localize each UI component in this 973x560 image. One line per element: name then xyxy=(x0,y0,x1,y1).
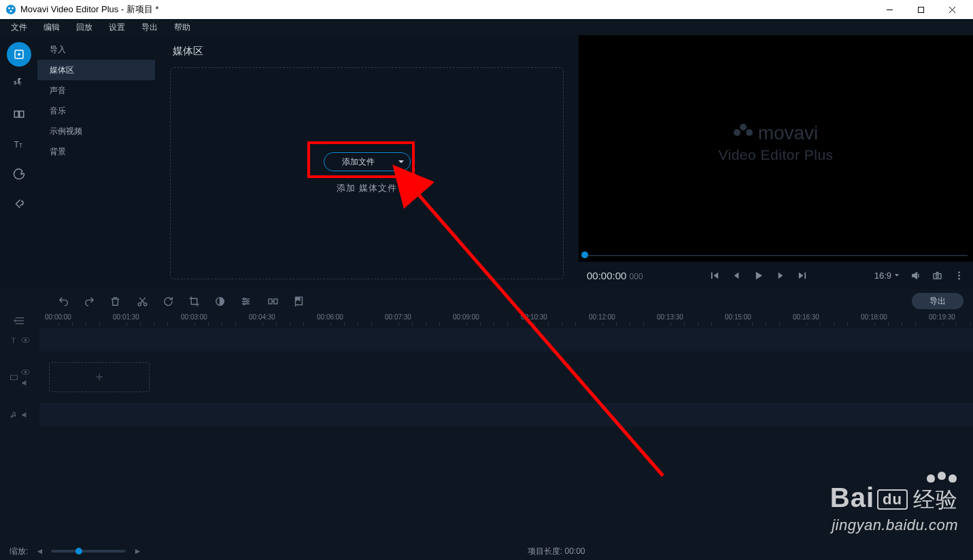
close-button[interactable] xyxy=(936,0,968,19)
zoom-out-icon[interactable]: ◄ xyxy=(35,546,44,556)
zoom-label: 缩放: xyxy=(10,546,28,557)
chevron-down-icon[interactable] xyxy=(392,153,410,171)
svg-point-18 xyxy=(936,275,938,277)
menu-playback[interactable]: 回放 xyxy=(68,20,101,35)
prev-frame-icon[interactable] xyxy=(731,269,743,281)
svg-point-2 xyxy=(12,7,14,10)
preview-canvas: movavi Video Editor Plus xyxy=(579,35,973,249)
cut-icon[interactable] xyxy=(136,295,148,307)
edit-toolbar: 导出 xyxy=(0,289,973,313)
add-file-button[interactable]: 添加文件 xyxy=(324,152,411,171)
svg-rect-16 xyxy=(804,272,806,278)
media-dropzone[interactable]: 添加文件 添加 媒体文件 xyxy=(170,67,564,279)
undo-icon[interactable] xyxy=(57,295,69,307)
video-track: + xyxy=(0,358,973,396)
import-item-sounds[interactable]: 声音 xyxy=(37,80,155,101)
import-item-media-bin[interactable]: 媒体区 xyxy=(37,60,155,80)
preview-controls: 00:00:00 000 16:9 xyxy=(579,262,973,289)
svg-rect-15 xyxy=(711,272,713,278)
media-panel: 媒体区 添加文件 添加 媒体文件 xyxy=(155,35,579,289)
eye-icon[interactable] xyxy=(21,336,30,345)
app-icon xyxy=(5,4,16,15)
import-tool-icon[interactable] xyxy=(7,42,31,67)
svg-point-28 xyxy=(243,298,245,300)
prev-clip-icon[interactable] xyxy=(709,269,721,281)
menu-edit[interactable]: 编辑 xyxy=(35,20,68,35)
svg-point-19 xyxy=(958,271,960,273)
preview-seek-bar[interactable] xyxy=(579,249,973,262)
next-clip-icon[interactable] xyxy=(796,269,808,281)
play-icon[interactable] xyxy=(753,269,765,281)
window-titlebar: Movavi Video Editor Plus - 新项目 * xyxy=(0,0,973,19)
movavi-logo-icon xyxy=(734,124,753,143)
marker-icon[interactable] xyxy=(292,295,305,307)
more-icon[interactable] xyxy=(953,269,965,281)
add-file-caption: 添加 媒体文件 xyxy=(337,182,397,194)
stickers-tool-icon[interactable] xyxy=(7,162,31,186)
window-title: Movavi Video Editor Plus - 新项目 * xyxy=(20,3,874,16)
delete-icon[interactable] xyxy=(109,295,121,307)
video-track-head[interactable] xyxy=(0,358,39,396)
svg-point-21 xyxy=(958,277,960,279)
menu-export[interactable]: 导出 xyxy=(133,20,166,35)
svg-rect-17 xyxy=(933,273,940,279)
speaker-icon[interactable] xyxy=(21,410,30,419)
redo-icon[interactable] xyxy=(83,295,95,307)
rotate-icon[interactable] xyxy=(162,295,174,307)
speaker-icon[interactable] xyxy=(21,379,30,387)
clip-properties-icon[interactable] xyxy=(239,295,252,307)
import-category-list: 导入 媒体区 声音 音乐 示例视频 背景 xyxy=(37,35,155,289)
timeline-ruler[interactable]: 00:00:0000:01:3000:03:0000:04:3000:06:00… xyxy=(39,313,973,328)
maximize-button[interactable] xyxy=(905,0,936,19)
import-item-music[interactable]: 音乐 xyxy=(37,101,155,121)
aspect-ratio-selector[interactable]: 16:9 xyxy=(874,270,900,281)
export-button[interactable]: 导出 xyxy=(912,293,963,309)
svg-rect-11 xyxy=(14,111,18,118)
audio-track-head[interactable] xyxy=(0,403,39,426)
snapshot-icon[interactable] xyxy=(931,269,943,281)
menu-help[interactable]: 帮助 xyxy=(166,20,199,35)
duration-label: 项目长度: 00:00 xyxy=(528,546,585,557)
import-item-backgrounds[interactable]: 背景 xyxy=(37,141,155,162)
tool-rail: TT xyxy=(0,35,37,289)
empty-clip-slot[interactable]: + xyxy=(49,362,150,392)
brand-name: movavi xyxy=(758,122,819,144)
titles-tool-icon[interactable]: TT xyxy=(7,132,31,156)
svg-rect-41 xyxy=(11,375,18,380)
add-track-icon[interactable] xyxy=(10,315,29,327)
svg-point-0 xyxy=(6,5,16,14)
zoom-slider[interactable] xyxy=(51,550,126,553)
import-item-import[interactable]: 导入 xyxy=(37,39,155,60)
preview-brand: movavi Video Editor Plus xyxy=(718,122,833,163)
media-panel-title: 媒体区 xyxy=(170,45,564,58)
import-item-sample-video[interactable]: 示例视频 xyxy=(37,121,155,141)
eye-icon[interactable] xyxy=(21,368,30,377)
color-adjust-icon[interactable] xyxy=(214,295,226,307)
svg-rect-5 xyxy=(918,7,923,12)
text-track: T xyxy=(0,328,973,351)
next-frame-icon[interactable] xyxy=(774,269,787,281)
preview-timecode: 00:00:00 000 xyxy=(587,270,643,281)
more-tools-icon[interactable] xyxy=(7,192,31,216)
brand-subtitle: Video Editor Plus xyxy=(718,147,833,163)
transition-wizard-icon[interactable] xyxy=(267,295,279,307)
text-track-head[interactable]: T xyxy=(0,328,39,351)
svg-point-1 xyxy=(8,7,10,10)
svg-point-40 xyxy=(24,338,27,340)
minimize-button[interactable] xyxy=(874,0,905,19)
menu-settings[interactable]: 设置 xyxy=(101,20,133,35)
zoom-in-icon[interactable]: ► xyxy=(133,546,142,556)
svg-text:T: T xyxy=(11,336,16,344)
status-footer: 缩放: ◄ ► 项目长度: 00:00 xyxy=(0,542,973,560)
transitions-tool-icon[interactable] xyxy=(7,102,31,126)
timeline: 00:00:0000:01:3000:03:0000:04:3000:06:00… xyxy=(0,313,973,542)
effects-tool-icon[interactable] xyxy=(7,72,31,97)
menu-file[interactable]: 文件 xyxy=(3,20,35,35)
svg-rect-12 xyxy=(19,111,23,118)
crop-icon[interactable] xyxy=(188,295,200,307)
svg-rect-31 xyxy=(269,298,272,303)
svg-point-29 xyxy=(246,300,248,302)
volume-icon[interactable] xyxy=(909,269,921,281)
preview-panel: movavi Video Editor Plus 00:00:00 000 16… xyxy=(579,35,973,289)
svg-text:T: T xyxy=(19,143,22,149)
